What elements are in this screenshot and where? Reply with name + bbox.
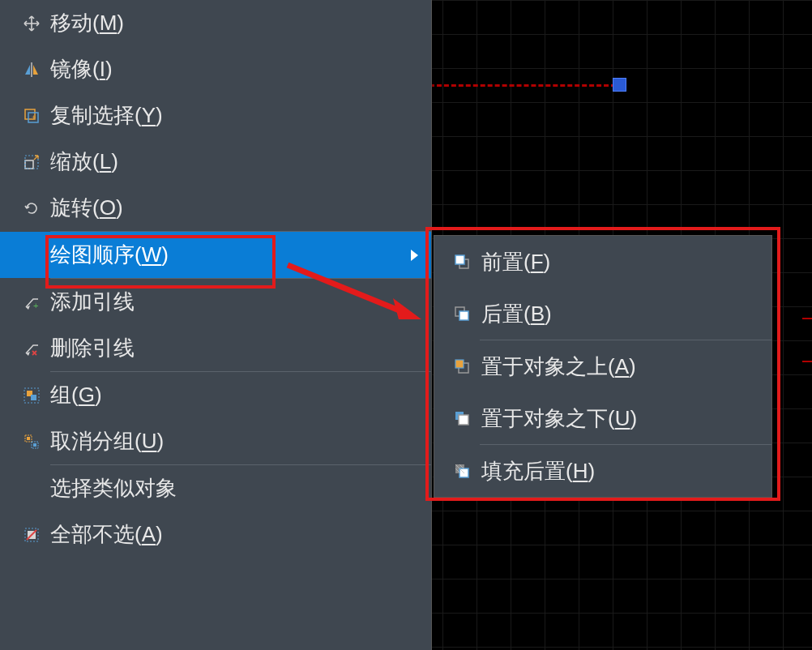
submenu-item-send-back[interactable]: 后置(B) (434, 288, 771, 340)
ungroup-icon (13, 433, 50, 451)
above-object-icon (442, 357, 481, 375)
svg-rect-16 (455, 255, 464, 264)
svg-text:+: + (32, 113, 36, 122)
rotate-icon (13, 199, 50, 217)
menu-item-copy-select[interactable]: + 复制选择(Y) (0, 92, 431, 139)
menu-item-deselect-all[interactable]: 全部不选(A) (0, 511, 431, 558)
menu-item-label: 移动(M) (50, 9, 431, 37)
menu-item-label: 绘图顺序(W) (50, 241, 431, 269)
canvas-grip-handle[interactable] (613, 78, 626, 92)
menu-item-move[interactable]: 移动(M) (0, 0, 431, 46)
canvas-outline-fragment (802, 318, 812, 362)
draw-order-submenu: 前置(F) 后置(B) 置于对象之上(A) 置于对象之下(U) 填充后置(H) (434, 235, 772, 498)
below-object-icon (442, 409, 481, 427)
menu-item-label: 复制选择(Y) (50, 101, 431, 130)
menu-item-scale[interactable]: 缩放(L) (0, 139, 431, 185)
submenu-item-above-object[interactable]: 置于对象之上(A) (434, 340, 771, 392)
mirror-icon (13, 61, 50, 79)
menu-item-add-leader[interactable]: + 添加引线 (0, 279, 431, 325)
svg-rect-3 (25, 160, 33, 169)
menu-item-label: 全部不选(A) (50, 520, 431, 549)
menu-item-group[interactable]: 组(G) (0, 372, 431, 418)
svg-rect-20 (455, 360, 464, 368)
copy-select-icon: + (13, 107, 50, 125)
menu-item-label: 组(G) (50, 381, 431, 409)
submenu-item-fill-back[interactable]: 填充后置(H) (434, 445, 771, 497)
menu-item-label: 前置(F) (481, 248, 771, 276)
menu-item-label: 置于对象之上(A) (481, 353, 771, 381)
context-menu: 移动(M) 镜像(I) + 复制选择(Y) 缩放(L) 旋转(O) 绘图顺序(W… (0, 0, 432, 650)
menu-item-label: 缩放(L) (50, 148, 431, 176)
svg-rect-8 (31, 395, 36, 400)
canvas-dashed-line (430, 84, 616, 87)
group-icon (13, 387, 50, 404)
menu-item-ungroup[interactable]: 取消分组(U) (0, 418, 431, 464)
menu-item-label: 填充后置(H) (481, 457, 771, 485)
menu-item-remove-leader[interactable]: 删除引线 (0, 325, 431, 371)
svg-rect-22 (459, 415, 468, 425)
send-back-icon (442, 305, 481, 323)
menu-item-label: 旋转(O) (50, 194, 431, 222)
menu-item-label: 镜像(I) (50, 55, 431, 83)
svg-rect-18 (459, 311, 468, 320)
submenu-item-below-object[interactable]: 置于对象之下(U) (434, 392, 771, 444)
move-icon (13, 15, 50, 32)
scale-icon (13, 153, 50, 171)
menu-item-label: 置于对象之下(U) (481, 404, 771, 433)
menu-item-label: 后置(B) (481, 300, 771, 328)
fill-back-icon (442, 462, 481, 480)
deselect-all-icon (13, 526, 50, 544)
menu-item-mirror[interactable]: 镜像(I) (0, 46, 431, 92)
menu-item-label: 选择类似对象 (50, 474, 431, 502)
menu-item-rotate[interactable]: 旋转(O) (0, 185, 431, 231)
svg-text:+: + (33, 301, 38, 310)
menu-item-label: 添加引线 (50, 288, 431, 316)
svg-rect-12 (33, 443, 36, 447)
svg-rect-11 (27, 437, 30, 440)
bring-front-icon (442, 253, 481, 271)
chevron-right-icon (411, 250, 418, 261)
menu-item-select-similar[interactable]: 选择类似对象 (0, 465, 431, 511)
submenu-item-bring-front[interactable]: 前置(F) (434, 236, 771, 288)
remove-leader-icon (13, 340, 50, 357)
menu-item-label: 删除引线 (50, 334, 431, 362)
add-leader-icon: + (13, 293, 50, 311)
menu-item-label: 取消分组(U) (50, 427, 431, 455)
menu-item-draw-order[interactable]: 绘图顺序(W) (0, 232, 431, 278)
